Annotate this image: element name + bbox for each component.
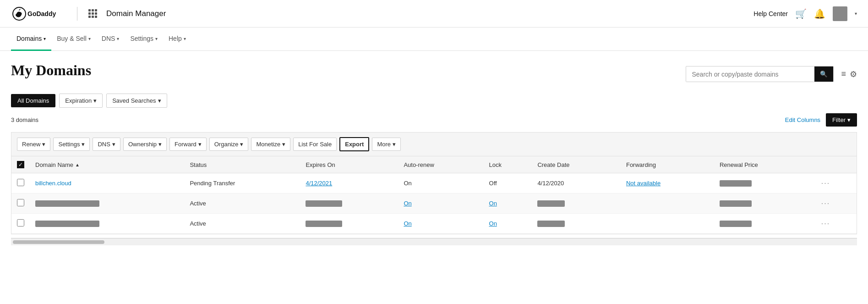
monetize-button[interactable]: Monetize ▾ — [251, 138, 290, 151]
dns-chevron-icon: ▾ — [117, 36, 119, 41]
title-search-row: My Domains 🔍 ≡ ⚙ — [11, 62, 857, 86]
th-renewal-price: Renewal Price — [714, 156, 816, 173]
domain-count: 3 domains — [11, 116, 38, 123]
row2-checkbox[interactable] — [17, 199, 24, 206]
select-all-checkbox[interactable]: ✓ — [17, 161, 24, 168]
expiration-filter-button[interactable]: Expiration ▾ — [59, 94, 103, 108]
main-nav: Domains ▾ Buy & Sell ▾ DNS ▾ Settings ▾ … — [0, 28, 868, 51]
right-actions: Edit Columns Filter ▾ — [785, 113, 857, 127]
row3-expires-cell — [300, 214, 398, 234]
ownership-button[interactable]: Ownership ▾ — [123, 138, 167, 151]
renew-button[interactable]: Renew ▾ — [17, 138, 50, 151]
row2-lock-link[interactable]: On — [489, 200, 497, 207]
table-row: Active On On — [11, 193, 857, 214]
row1-domain-link[interactable]: billchen.cloud — [35, 180, 71, 187]
row1-status: Pending Transfer — [190, 180, 235, 187]
row3-lock-link[interactable]: On — [489, 220, 497, 227]
logo-area: GoDaddy Domain Manager — [11, 6, 166, 22]
page-title: My Domains — [11, 62, 91, 79]
row2-domain-cell — [30, 193, 184, 214]
grid-icon[interactable] — [88, 9, 97, 18]
row3-checkbox[interactable] — [17, 219, 24, 227]
count-row: 3 domains Edit Columns Filter ▾ — [11, 113, 857, 127]
organize-button[interactable]: Organize ▾ — [209, 138, 249, 151]
row1-expires-link[interactable]: 4/12/2021 — [306, 180, 332, 187]
row3-status-cell: Active — [184, 214, 300, 234]
saved-searches-chevron-icon: ▾ — [158, 97, 161, 104]
view-icons: ≡ ⚙ — [841, 69, 857, 79]
list-view-icon[interactable]: ≡ — [841, 69, 846, 79]
account-chevron-icon[interactable]: ▾ — [855, 11, 857, 16]
more-button[interactable]: More ▾ — [372, 138, 401, 151]
nav-item-buy-sell[interactable]: Buy & Sell ▾ — [51, 28, 96, 51]
edit-columns-button[interactable]: Edit Columns — [785, 116, 820, 123]
th-expires-on: Expires On — [300, 156, 398, 173]
saved-searches-button[interactable]: Saved Searches ▾ — [106, 94, 167, 108]
row3-more-menu[interactable]: ··· — [821, 220, 830, 227]
row2-createdate-cell — [532, 193, 621, 214]
horizontal-scrollbar[interactable] — [11, 238, 857, 245]
filter-chevron-icon: ▾ — [847, 116, 851, 123]
search-button[interactable]: 🔍 — [814, 66, 833, 82]
row1-lock-cell: Off — [484, 173, 532, 193]
row1-forwarding-link[interactable]: Not available — [626, 180, 661, 187]
scrollbar-thumb[interactable] — [13, 240, 104, 244]
header-divider — [77, 7, 77, 21]
row2-forwarding-cell — [621, 193, 714, 214]
domains-table: ✓ Domain Name ▲ Status — [11, 156, 857, 234]
export-button[interactable]: Export — [339, 137, 369, 151]
row2-price-redacted — [720, 200, 752, 207]
row1-more-menu[interactable]: ··· — [821, 179, 830, 187]
row1-checkbox[interactable] — [17, 179, 24, 186]
domains-chevron-icon: ▾ — [44, 36, 46, 41]
nav-item-domains[interactable]: Domains ▾ — [11, 28, 51, 51]
check-all-icon: ✓ — [18, 161, 23, 168]
header: GoDaddy Domain Manager Help Center 🛒 🔔 ▾ — [0, 0, 868, 28]
dns-button[interactable]: DNS ▾ — [93, 138, 120, 151]
row1-expires-cell: 4/12/2021 — [300, 173, 398, 193]
row2-more-menu[interactable]: ··· — [821, 199, 830, 207]
nav-item-settings[interactable]: Settings ▾ — [125, 28, 163, 51]
row1-status-cell: Pending Transfer — [184, 173, 300, 193]
row2-status-cell: Active — [184, 193, 300, 214]
forward-chevron-icon: ▾ — [198, 141, 202, 148]
toolbar: Renew ▾ Settings ▾ DNS ▾ Ownership ▾ For… — [11, 132, 857, 156]
list-for-sale-button[interactable]: List For Sale — [293, 138, 337, 151]
row3-expires-redacted — [306, 221, 342, 227]
more-chevron-icon: ▾ — [393, 141, 396, 148]
filter-row: All Domains Expiration ▾ Saved Searches … — [11, 94, 857, 108]
avatar[interactable] — [833, 6, 847, 21]
filter-adjust-icon[interactable]: ⚙ — [850, 69, 857, 79]
nav-item-dns[interactable]: DNS ▾ — [96, 28, 125, 51]
sort-asc-icon: ▲ — [75, 162, 80, 167]
notification-icon[interactable]: 🔔 — [814, 8, 825, 19]
main-content: My Domains 🔍 ≡ ⚙ All Domains Expiration — [0, 51, 868, 264]
domains-table-wrap: ✓ Domain Name ▲ Status — [11, 156, 857, 234]
row3-autorenew-link[interactable]: On — [404, 220, 411, 227]
row1-autorenew: On — [404, 180, 411, 187]
forward-button[interactable]: Forward ▾ — [169, 138, 207, 151]
row3-checkbox-cell — [11, 214, 30, 234]
filter-button[interactable]: Filter ▾ — [826, 113, 857, 127]
search-area: 🔍 ≡ ⚙ — [686, 66, 857, 82]
th-domain-name[interactable]: Domain Name ▲ — [30, 156, 184, 173]
row3-status: Active — [190, 220, 206, 227]
th-checkbox: ✓ — [11, 156, 30, 173]
row1-autorenew-cell: On — [398, 173, 483, 193]
row2-autorenew-cell: On — [398, 193, 483, 214]
row2-lock-cell: On — [484, 193, 532, 214]
row2-dots-cell: ··· — [816, 193, 857, 214]
nav-item-help[interactable]: Help ▾ — [163, 28, 191, 51]
help-center-link[interactable]: Help Center — [753, 10, 788, 17]
row2-status: Active — [190, 200, 206, 207]
row3-forwarding-cell — [621, 214, 714, 234]
cart-icon[interactable]: 🛒 — [795, 8, 807, 19]
row1-createdate-cell: 4/12/2020 — [532, 173, 621, 193]
all-domains-button[interactable]: All Domains — [11, 94, 55, 107]
row2-autorenew-link[interactable]: On — [404, 200, 411, 207]
row1-price-cell — [714, 173, 816, 193]
search-bar: 🔍 — [686, 66, 834, 82]
settings-button[interactable]: Settings ▾ — [53, 138, 90, 151]
search-input[interactable] — [686, 67, 814, 82]
monetize-chevron-icon: ▾ — [282, 141, 285, 148]
